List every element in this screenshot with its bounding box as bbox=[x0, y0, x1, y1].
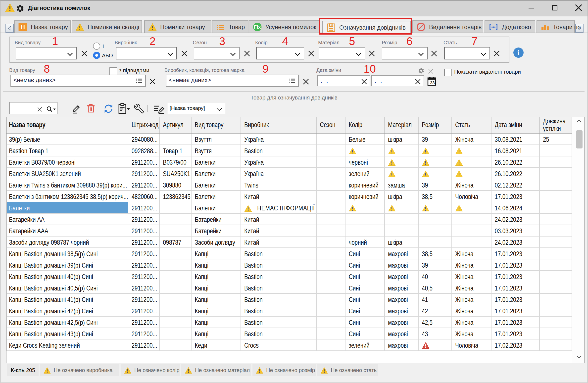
svg-text:H: H bbox=[21, 24, 25, 30]
svg-text:23: 23 bbox=[430, 81, 435, 85]
svg-text:Fix: Fix bbox=[254, 24, 261, 30]
